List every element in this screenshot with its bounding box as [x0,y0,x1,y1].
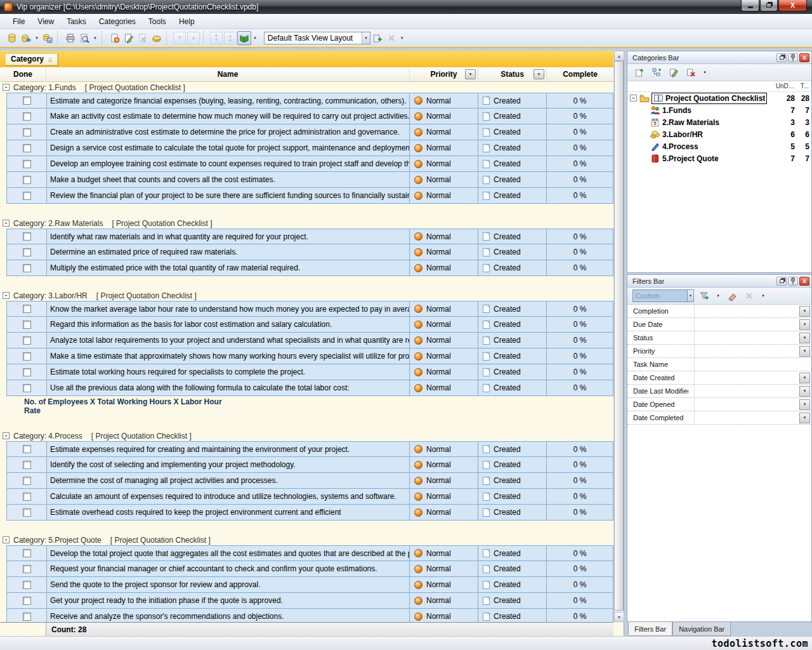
category-tree-item[interactable]: 4.Process55 [627,140,811,152]
task-name-cell[interactable]: Determine the cost of managing all proje… [46,473,409,488]
task-priority-cell[interactable]: Normal [409,489,478,504]
task-complete-cell[interactable]: 0 % [546,364,613,380]
filter-preset-combobox[interactable]: Custom ▼ [632,289,694,302]
filter-dropdown-icon[interactable]: ▼ [799,346,810,357]
task-priority-cell[interactable]: Normal [409,317,478,332]
task-status-cell[interactable]: Created [478,244,546,260]
menu-tasks[interactable]: Tasks [60,15,93,29]
task-complete-cell[interactable]: 0 % [546,593,613,608]
task-complete-cell[interactable]: 0 % [546,317,613,332]
tab-filters-bar[interactable]: Filters Bar [628,622,672,636]
task-done-checkbox[interactable] [23,445,31,453]
task-complete-cell[interactable]: 0 % [546,188,613,203]
delete-filter-icon[interactable] [742,289,756,303]
task-status-cell[interactable]: Created [478,188,546,203]
task-status-cell[interactable]: Created [478,333,546,348]
total-column-header[interactable]: T... [801,83,809,90]
task-done-checkbox[interactable] [23,368,31,376]
task-name-cell[interactable]: Make a budget sheet that counts and cove… [46,172,409,187]
task-row[interactable]: Regard this information as the basis for… [6,317,613,333]
column-header-status[interactable]: Status▼ [478,67,547,81]
task-priority-cell[interactable]: Normal [409,93,478,108]
task-complete-cell[interactable]: 0 % [546,577,613,592]
task-row[interactable]: Multiply the estimated price with the to… [6,260,613,276]
categories-bar-pin-button[interactable] [788,53,798,62]
task-done-checkbox[interactable] [23,192,31,200]
column-header-complete[interactable]: Complete [547,67,613,81]
task-name-cell[interactable]: Use all the previous data along with the… [46,380,409,395]
task-done-checkbox[interactable] [23,508,31,517]
task-priority-cell[interactable]: Normal [409,561,478,576]
task-done-checkbox[interactable] [23,264,31,272]
task-row[interactable]: Identify what raw materials and in what … [6,229,613,244]
filter-value-date-last-modified[interactable] [688,385,799,397]
task-complete-cell[interactable]: 0 % [546,489,613,504]
filter-value-due-date[interactable] [688,318,799,331]
restore-button[interactable] [760,0,778,11]
filter-dropdown-icon[interactable]: ▼ [799,386,810,397]
task-row[interactable]: Develop an employee training cost estima… [6,156,613,172]
collapse-group-icon[interactable]: - [3,220,10,227]
task-priority-cell[interactable]: Normal [409,546,478,560]
task-done-checkbox[interactable] [23,493,31,501]
task-name-cell[interactable]: Make a time estimate that approximately … [46,348,409,364]
collapse-group-icon[interactable]: - [3,432,10,439]
task-priority-cell[interactable]: Normal [409,348,478,364]
task-row[interactable]: Review the financial plan of your projec… [6,188,613,204]
task-priority-cell[interactable]: Normal [409,442,478,456]
task-priority-cell[interactable]: Normal [409,333,478,348]
task-priority-cell[interactable]: Normal [409,140,478,156]
task-name-cell[interactable]: Get your project ready to the initiation… [46,593,409,608]
task-name-cell[interactable]: Multiply the estimated price with the to… [46,260,409,275]
task-done-checkbox[interactable] [23,336,31,345]
task-name-cell[interactable]: Determine an estimated price of required… [46,244,409,260]
task-name-cell[interactable]: Regard this information as the basis for… [46,317,409,332]
task-done-checkbox[interactable] [23,321,31,329]
column-header-done[interactable]: Done [0,67,46,81]
task-row[interactable]: Use all the previous data along with the… [6,380,613,396]
task-row[interactable]: Create an administrative cost estimate t… [6,124,613,140]
print-preview-dropdown-icon[interactable]: ▼ [91,36,99,40]
task-priority-cell[interactable]: Normal [409,593,478,608]
task-name-cell[interactable]: Review the financial plan of your projec… [46,188,409,203]
task-complete-cell[interactable]: 0 % [546,505,613,520]
task-priority-cell[interactable]: Normal [409,124,478,140]
task-complete-cell[interactable]: 0 % [546,473,613,488]
move-to-bottom-icon[interactable]: ▼▼ [210,32,223,44]
task-status-cell[interactable]: Created [478,561,546,576]
task-status-cell[interactable]: Created [478,156,546,171]
collapse-group-icon[interactable]: - [3,536,10,543]
minimize-button[interactable] [741,0,759,11]
task-name-cell[interactable]: Estimate and categorize financial expens… [46,93,409,108]
menu-help[interactable]: Help [173,15,201,29]
task-complete-cell[interactable]: 0 % [546,93,613,108]
task-row[interactable]: Estimate and categorize financial expens… [6,93,613,109]
layout-toolbar-dropdown-icon[interactable]: ▼ [398,36,406,40]
task-done-checkbox[interactable] [23,477,31,485]
task-complete-cell[interactable]: 0 % [546,442,613,456]
task-done-checkbox[interactable] [23,352,31,361]
filter-preset-arrow-icon[interactable]: ▼ [687,290,693,302]
category-tree-item[interactable]: 1.Funds77 [627,104,811,116]
task-name-cell[interactable]: Send the quote to the project sponsor fo… [46,577,409,592]
task-name-cell[interactable]: Know the market average labor hour rate … [46,302,409,316]
apply-filter-dropdown-icon[interactable]: ▼ [714,294,722,298]
task-priority-cell[interactable]: Normal [409,457,478,472]
task-name-cell[interactable]: Identify the cost of selecting and imple… [46,457,409,472]
category-tree-item[interactable]: 52.Raw Materials33 [627,116,811,128]
task-name-cell[interactable]: Develop an employee training cost estima… [46,156,409,171]
filters-toolbar-dropdown-icon[interactable]: ▼ [759,294,767,298]
task-status-cell[interactable]: Created [478,593,546,608]
task-priority-cell[interactable]: Normal [409,156,478,171]
task-done-checkbox[interactable] [23,305,31,313]
edit-task-icon[interactable] [122,31,136,45]
column-header-priority[interactable]: Priority▼ [410,67,478,81]
task-complete-cell[interactable]: 0 % [546,156,613,171]
task-done-checkbox[interactable] [23,160,31,168]
filter-value-date-completed[interactable] [688,411,799,424]
task-status-cell[interactable]: Created [478,577,546,592]
task-complete-cell[interactable]: 0 % [546,260,613,275]
task-complete-cell[interactable]: 0 % [546,380,613,395]
filter-value-date-opened[interactable] [688,398,799,411]
task-status-cell[interactable]: Created [478,348,546,364]
